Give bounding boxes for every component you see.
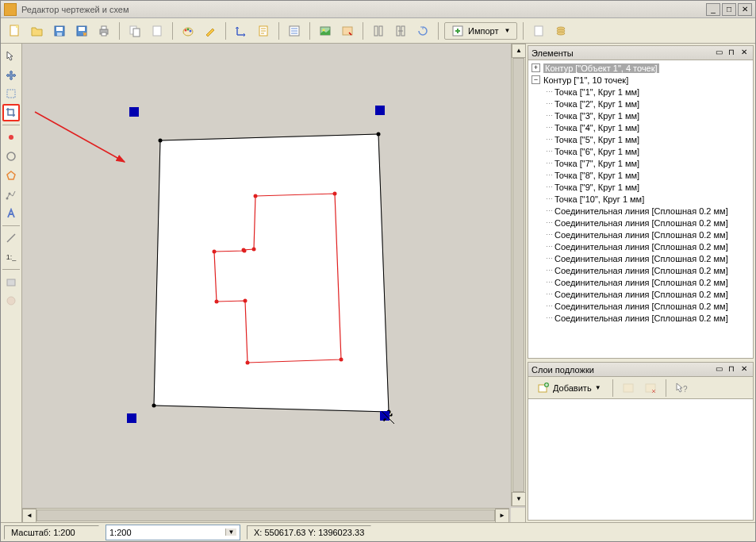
- tree-row[interactable]: +Контур ["Объект 1", 4 точек]: [530, 62, 751, 74]
- circle-tool[interactable]: [2, 148, 20, 165]
- tree-item-label: Точка ["6", Круг 1 мм]: [555, 147, 639, 156]
- save-button[interactable]: [50, 21, 69, 40]
- pencil-button[interactable]: [201, 21, 220, 40]
- paste-button[interactable]: [148, 21, 167, 40]
- image-button[interactable]: [316, 21, 335, 40]
- panel-dock-button[interactable]: ▭: [713, 364, 724, 375]
- axes-button[interactable]: [232, 21, 251, 40]
- tree-row[interactable]: ⋯Соединительная линия [Сплошная 0.2 мм]: [530, 240, 751, 252]
- elements-panel-title: Элементы: [532, 48, 713, 58]
- scroll-thumb-h[interactable]: [36, 509, 495, 521]
- vertical-scrollbar[interactable]: ▲ ▼: [511, 44, 525, 506]
- maximize-button[interactable]: □: [722, 3, 736, 16]
- refresh-button[interactable]: [413, 21, 432, 40]
- tree-row[interactable]: ⋯Точка ["7", Круг 1 мм]: [530, 157, 751, 169]
- right-panels: Элементы ▭ ⊓ ✕ +Контур ["Объект 1", 4 то…: [525, 44, 755, 522]
- dropdown-arrow-icon[interactable]: ▼: [225, 529, 236, 536]
- grid-type2-button[interactable]: [391, 21, 410, 40]
- tree-row[interactable]: ⋯Соединительная линия [Сплошная 0.2 мм]: [530, 312, 751, 324]
- line-tool[interactable]: [2, 229, 20, 247]
- elements-tree[interactable]: +Контур ["Объект 1", 4 точек]−Контур ["1…: [528, 60, 753, 358]
- pointer-tool[interactable]: [2, 47, 20, 64]
- tree-row[interactable]: ⋯Соединительная линия [Сплошная 0.2 мм]: [530, 288, 751, 300]
- layers-list[interactable]: [528, 399, 753, 520]
- text-tool[interactable]: [2, 205, 20, 222]
- tree-expand-toggle[interactable]: −: [532, 75, 540, 84]
- tree-item-label: Точка ["1", Круг 1 мм]: [555, 87, 639, 97]
- tree-item-label: Контур ["Объект 1", 4 точек]: [543, 63, 659, 73]
- point-tool[interactable]: [2, 129, 20, 146]
- close-button[interactable]: ✕: [738, 3, 752, 16]
- svg-rect-1: [16, 25, 18, 28]
- layer-delete-button[interactable]: [641, 379, 660, 398]
- layer-tool[interactable]: [2, 273, 20, 290]
- tree-row[interactable]: ⋯Соединительная линия [Сплошная 0.2 мм]: [530, 217, 751, 229]
- tree-row[interactable]: ⋯Точка ["8", Круг 1 мм]: [530, 169, 751, 181]
- svg-rect-47: [127, 413, 136, 423]
- panel-dock-button[interactable]: ▭: [713, 48, 724, 59]
- panel-close-button[interactable]: ✕: [739, 48, 750, 59]
- panel-pin-button[interactable]: ⊓: [726, 48, 737, 59]
- scroll-right-button[interactable]: ►: [495, 509, 509, 522]
- panel-pin-button[interactable]: ⊓: [726, 364, 737, 375]
- tree-row[interactable]: ⋯Соединительная линия [Сплошная 0.2 мм]: [530, 300, 751, 312]
- minimize-button[interactable]: _: [706, 3, 720, 16]
- scroll-down-button[interactable]: ▼: [512, 492, 525, 506]
- tree-row[interactable]: ⋯Точка ["1", Круг 1 мм]: [530, 86, 751, 98]
- panel-close-button[interactable]: ✕: [739, 364, 750, 375]
- open-file-button[interactable]: [28, 21, 47, 40]
- svg-rect-23: [379, 26, 382, 36]
- layer-help-button[interactable]: ?: [672, 379, 691, 398]
- tree-expand-toggle[interactable]: +: [532, 63, 540, 72]
- save-as-button[interactable]: [72, 21, 91, 40]
- scroll-up-button[interactable]: ▲: [512, 44, 525, 58]
- svg-point-53: [246, 361, 250, 365]
- tree-row[interactable]: ⋯Точка ["9", Круг 1 мм]: [530, 181, 751, 193]
- statusbar: Масштаб: 1:200 1:200 ▼ X: 550617.63 Y: 1…: [1, 522, 755, 541]
- grid-type1-button[interactable]: [369, 21, 388, 40]
- dimension-tool[interactable]: 1:_: [2, 248, 20, 266]
- svg-point-16: [190, 29, 192, 32]
- tree-row[interactable]: ⋯Точка ["2", Круг 1 мм]: [530, 98, 751, 110]
- page-setup-button[interactable]: [254, 21, 273, 40]
- dropdown-arrow-icon: ▼: [504, 27, 510, 34]
- rect-select-tool[interactable]: [2, 85, 20, 102]
- add-layer-button[interactable]: Добавить ▼: [532, 379, 607, 397]
- image-edit-button[interactable]: [338, 21, 357, 40]
- scale-combo[interactable]: 1:200 ▼: [106, 525, 240, 540]
- layers-stack-button[interactable]: [551, 21, 570, 40]
- import-button[interactable]: Импорт ▼: [444, 22, 517, 40]
- horizontal-scrollbar[interactable]: ◄ ►: [22, 508, 509, 522]
- tree-row[interactable]: ⋯Точка ["6", Круг 1 мм]: [530, 145, 751, 157]
- tree-row[interactable]: ⋯Точка ["10", Круг 1 мм]: [530, 193, 751, 205]
- tree-row[interactable]: −Контур ["1", 10 точек]: [530, 74, 751, 86]
- svg-marker-39: [154, 134, 389, 412]
- move-tool[interactable]: [2, 66, 20, 83]
- svg-rect-3: [56, 27, 63, 31]
- tree-row[interactable]: ⋯Соединительная линия [Сплошная 0.2 мм]: [530, 229, 751, 240]
- polygon-tool[interactable]: [2, 167, 20, 184]
- tree-row[interactable]: ⋯Точка ["3", Круг 1 мм]: [530, 110, 751, 121]
- copy-button[interactable]: [125, 21, 144, 40]
- crop-tool[interactable]: [2, 104, 20, 121]
- edit-points-tool[interactable]: [2, 186, 20, 203]
- tree-row[interactable]: ⋯Соединительная линия [Сплошная 0.2 мм]: [530, 205, 751, 217]
- tree-row[interactable]: ⋯Соединительная линия [Сплошная 0.2 мм]: [530, 264, 751, 276]
- print-button[interactable]: [94, 21, 113, 40]
- layer-edit-button[interactable]: [619, 379, 638, 398]
- canvas[interactable]: [25, 47, 509, 506]
- new-file-button[interactable]: [6, 21, 25, 40]
- tree-row[interactable]: ⋯Точка ["5", Круг 1 мм]: [530, 133, 751, 145]
- window-title: Редактор чертежей и схем: [21, 5, 706, 14]
- list-button[interactable]: [285, 21, 304, 40]
- tree-row[interactable]: ⋯Соединительная линия [Сплошная 0.2 мм]: [530, 252, 751, 264]
- tree-row[interactable]: ⋯Точка ["4", Круг 1 мм]: [530, 121, 751, 133]
- export-page-button[interactable]: [529, 21, 548, 40]
- scroll-thumb-v[interactable]: [512, 58, 524, 492]
- circle-fill-tool[interactable]: [2, 292, 20, 309]
- tree-row[interactable]: ⋯Соединительная линия [Сплошная 0.2 мм]: [530, 276, 751, 288]
- svg-point-42: [377, 133, 381, 136]
- svg-point-14: [185, 29, 187, 31]
- palette-button[interactable]: [178, 21, 198, 40]
- scroll-left-button[interactable]: ◄: [22, 509, 36, 522]
